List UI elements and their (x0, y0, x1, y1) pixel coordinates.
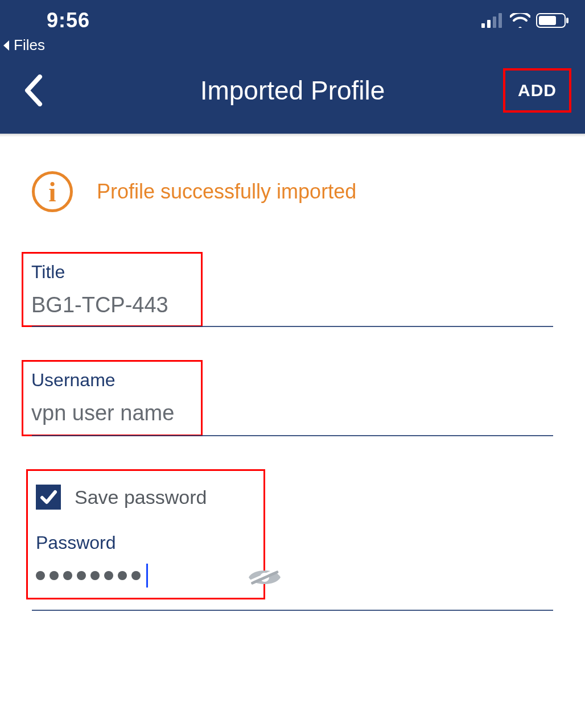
password-input[interactable] (36, 564, 148, 591)
app-header: 9:56 Files (0, 0, 585, 134)
content-area: i Profile successfully imported Title BG… (0, 137, 585, 611)
add-button[interactable]: ADD (503, 68, 571, 113)
save-password-label: Save password (75, 486, 207, 508)
username-input[interactable]: vpn user name (31, 401, 193, 427)
cellular-icon (481, 13, 504, 28)
chevron-left-icon (23, 75, 43, 106)
svg-rect-0 (481, 23, 485, 28)
svg-rect-6 (566, 18, 568, 23)
username-label: Username (31, 370, 193, 391)
eye-off-icon (246, 564, 283, 591)
back-button[interactable] (16, 73, 50, 107)
toggle-password-visibility[interactable] (246, 564, 283, 593)
title-field-group: Title BG1-TCP-443 (32, 252, 553, 327)
title-label: Title (31, 262, 193, 283)
status-time: 9:56 (16, 9, 90, 32)
wifi-icon (510, 13, 530, 28)
status-bar: 9:56 (0, 0, 585, 33)
save-password-checkbox[interactable] (36, 485, 61, 510)
battery-icon (536, 13, 569, 28)
title-input[interactable]: BG1-TCP-443 (31, 293, 193, 318)
info-icon: i (32, 171, 73, 212)
svg-rect-1 (487, 20, 491, 28)
back-to-app[interactable]: Files (0, 36, 585, 54)
password-label: Password (36, 532, 256, 553)
save-password-row[interactable]: Save password (36, 485, 256, 510)
import-success-notice: i Profile successfully imported (32, 171, 553, 212)
back-app-label: Files (14, 36, 45, 54)
status-indicators (481, 13, 569, 28)
back-triangle-icon (1, 39, 11, 52)
notice-text: Profile successfully imported (97, 180, 356, 204)
username-field-group: Username vpn user name (32, 360, 553, 436)
svg-rect-2 (493, 16, 496, 28)
svg-rect-5 (539, 16, 556, 25)
check-icon (39, 488, 57, 506)
svg-rect-3 (499, 13, 502, 28)
password-section: Save password Password (32, 469, 553, 611)
page-title: Imported Profile (200, 75, 385, 106)
title-bar: Imported Profile ADD (0, 54, 585, 134)
